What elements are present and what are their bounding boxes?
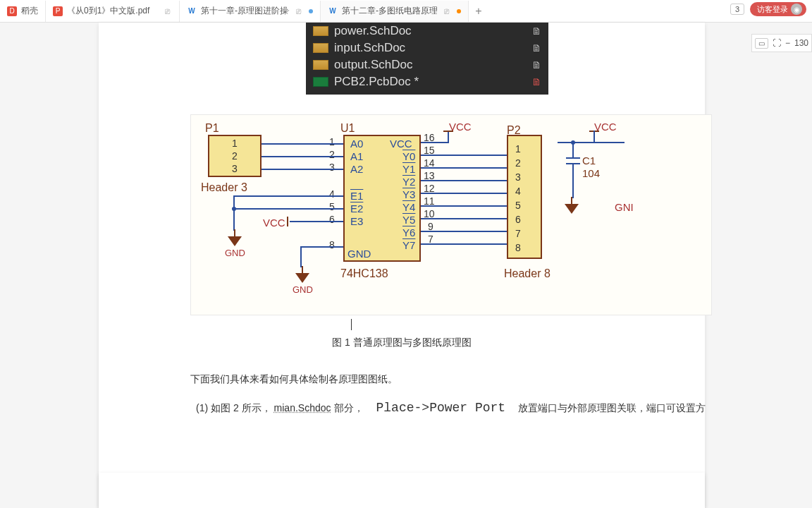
pin-name: Y0 — [402, 150, 415, 162]
wire — [421, 142, 449, 143]
zoom-out-icon[interactable]: − — [785, 38, 790, 48]
code-text: Place->Power Port — [376, 397, 506, 419]
net-gnd-partial: GNI — [615, 201, 634, 213]
wire — [300, 246, 302, 267]
pin-number: 8 — [515, 242, 521, 253]
junction — [232, 207, 236, 211]
zoom-panel: ▭ ⛶ − 130 — [751, 34, 812, 52]
notification-counter[interactable]: 3 — [730, 4, 744, 15]
tab-close-icon[interactable]: ⎚ — [441, 6, 451, 16]
schematic-file-icon — [313, 26, 328, 36]
pin-number: 1 — [329, 136, 335, 147]
pin-number: 4 — [329, 188, 335, 200]
tab-doc2[interactable]: W 第十二章-多图纸电路原理图设计 ⎚ — [321, 1, 469, 22]
net-vcc: VCC — [263, 217, 285, 229]
wire — [421, 205, 507, 207]
wire — [421, 167, 507, 169]
word-icon: W — [328, 6, 338, 16]
designator-p1: P1 — [205, 122, 219, 135]
gnd-symbol: GND — [225, 229, 245, 258]
wire — [233, 195, 343, 197]
pin-name: E2 — [350, 202, 363, 214]
pcb-file-icon — [313, 77, 328, 87]
wire — [262, 156, 343, 157]
wire — [290, 221, 343, 222]
pin-number: 5 — [329, 201, 335, 212]
word-icon: W — [187, 6, 197, 16]
doc-type-icon: 🗎 — [531, 42, 541, 54]
tab-label: 稻壳 — [21, 5, 38, 17]
pin-name: E3 — [350, 215, 363, 227]
wire — [300, 246, 343, 248]
avatar-icon: ◉ — [791, 4, 802, 15]
component-header8 — [507, 135, 542, 259]
doc-type-icon: 🗎 — [531, 76, 541, 87]
pin-number: 1 — [232, 138, 238, 149]
wire — [448, 131, 449, 143]
component-name: Header 8 — [504, 267, 550, 280]
tab-status-dot — [309, 9, 313, 13]
wire — [421, 155, 507, 156]
paragraph: 下面我们具体来看如何具体绘制各原理图图纸。 — [190, 370, 398, 388]
tab-close-icon[interactable]: ⎚ — [293, 6, 303, 16]
pin-number: 6 — [329, 214, 335, 225]
tab-label: 第十二章-多图纸电路原理图设计 — [342, 5, 437, 17]
doc-type-icon: 🗎 — [531, 25, 541, 37]
component-name: Header 3 — [201, 181, 247, 194]
tab-pdf[interactable]: P 《从0到1》中文版.pdf ⎚ — [46, 1, 180, 22]
pin-number: 8 — [329, 239, 335, 250]
pin-name: A1 — [350, 150, 363, 162]
pin-name: A2 — [350, 163, 363, 175]
wire — [421, 218, 507, 219]
file-tree-panel: power.SchDoc 🗎 input.SchDoc 🗎 output.Sch… — [306, 23, 548, 95]
pin-name: Y2 — [402, 176, 415, 188]
link-text: mian.Schdoc — [274, 399, 331, 417]
text: 放置端口与外部原理图关联，端口可设置方 — [518, 399, 706, 417]
pin-number: 2 — [232, 150, 238, 162]
file-row: input.SchDoc 🗎 — [306, 40, 548, 56]
wire — [233, 195, 235, 231]
tab-status-dot — [457, 9, 461, 13]
tab-doc1[interactable]: W 第十一章-原理图进阶操作.doc ⎚ — [180, 1, 321, 22]
pin-number: 3 — [515, 171, 521, 183]
pin-name: GND — [347, 248, 371, 260]
pin-name: Y6 — [402, 226, 415, 238]
pin-number: 6 — [515, 214, 521, 225]
zoom-value: 130 — [794, 38, 808, 48]
pin-name: Y1 — [402, 163, 415, 175]
pin-number: 1 — [515, 143, 521, 155]
wire — [233, 208, 343, 210]
tab-bar: D 稻壳 P 《从0到1》中文版.pdf ⎚ W 第十一章-原理图进阶操作.do… — [0, 0, 812, 23]
text: 部分， — [334, 399, 364, 417]
tab-label: 第十一章-原理图进阶操作.doc — [201, 5, 289, 17]
top-right-controls: 3 访客登录 ◉ — [730, 2, 806, 16]
document-page: power.SchDoc 🗎 input.SchDoc 🗎 output.Sch… — [99, 23, 705, 508]
pin-number: 5 — [515, 200, 521, 211]
wire — [262, 143, 343, 145]
pin-name: E1 — [350, 190, 363, 202]
guest-login-button[interactable]: 访客登录 ◉ — [750, 2, 806, 16]
next-page — [99, 473, 705, 508]
wire — [558, 142, 625, 143]
file-row: power.SchDoc 🗎 — [306, 23, 548, 40]
pin-name: A0 — [350, 138, 363, 150]
wire — [421, 193, 507, 194]
fit-mode-icon[interactable]: ▭ — [755, 38, 768, 49]
file-name: PCB2.PcbDoc * — [334, 75, 419, 89]
gnd-symbol: GND — [293, 266, 313, 295]
file-row: PCB2.PcbDoc * 🗎 — [306, 73, 548, 90]
wire — [421, 243, 507, 245]
tab-home[interactable]: D 稻壳 — [0, 1, 46, 22]
wire — [421, 180, 507, 181]
wire — [593, 131, 595, 143]
pin-name: VCC — [390, 138, 412, 150]
pin-number: 7 — [515, 228, 521, 239]
pin-name: Y7 — [402, 239, 415, 251]
vcc-symbol — [287, 217, 288, 226]
text-cursor — [351, 319, 352, 330]
doc-type-icon: 🗎 — [531, 59, 541, 71]
fullscreen-icon[interactable]: ⛶ — [773, 38, 781, 48]
gnd-symbol — [565, 197, 579, 214]
tab-close-icon[interactable]: ⎚ — [162, 6, 172, 16]
new-tab-button[interactable]: + — [469, 5, 488, 18]
